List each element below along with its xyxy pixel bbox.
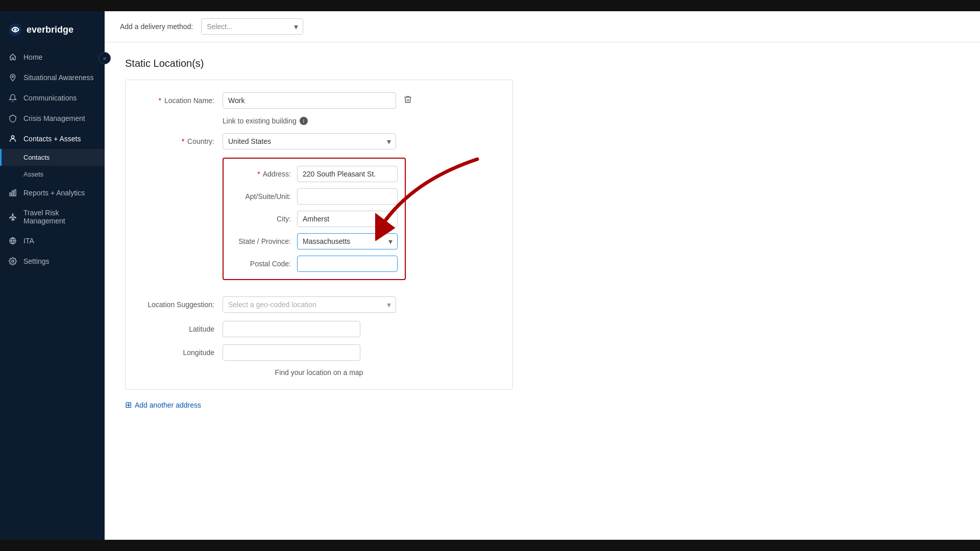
location-name-label: * Location Name: <box>141 96 223 105</box>
add-address-icon: ⊞ <box>125 400 132 410</box>
sidebar-sub-item-contacts[interactable]: Contacts <box>0 149 105 166</box>
longitude-input[interactable] <box>223 344 360 361</box>
city-row: City: <box>231 211 398 227</box>
svg-point-1 <box>14 28 16 31</box>
top-bar <box>0 0 980 11</box>
location-suggestion-row: Location Suggestion: Select a geo-coded … <box>141 296 497 313</box>
page-content: Static Location(s) * Location Name: <box>105 42 980 425</box>
sidebar-collapse-button[interactable]: « <box>99 52 111 64</box>
shield-icon <box>8 114 17 123</box>
svg-rect-6 <box>14 190 16 196</box>
bell-icon <box>8 93 17 103</box>
postal-row: Postal Code: <box>231 256 398 272</box>
country-select-wrapper: United States Canada United Kingdom <box>223 133 396 149</box>
address-required-marker: * <box>257 170 260 178</box>
sidebar-item-settings-label: Settings <box>23 257 50 265</box>
collapse-icon: « <box>103 55 106 61</box>
location-name-row: * Location Name: <box>141 92 497 109</box>
country-select[interactable]: United States Canada United Kingdom <box>223 133 396 149</box>
person-icon <box>8 134 17 143</box>
sidebar-sub-assets-label: Assets <box>23 170 43 178</box>
map-icon <box>8 73 17 82</box>
longitude-row: Longitude <box>141 344 497 361</box>
location-suggestion-select-wrapper: Select a geo-coded location <box>223 296 396 313</box>
location-suggestion-select[interactable]: Select a geo-coded location <box>223 296 396 313</box>
city-label: City: <box>231 215 297 223</box>
apt-label: Apt/Suite/Unit: <box>231 192 297 201</box>
add-address-row[interactable]: ⊞ Add another address <box>125 400 960 410</box>
info-icon[interactable]: i <box>300 117 308 125</box>
country-label: * Country: <box>141 137 223 145</box>
gear-icon <box>8 257 17 266</box>
postal-input[interactable] <box>297 256 398 272</box>
sidebar-item-travel-risk[interactable]: Travel Risk Management <box>0 203 105 231</box>
city-input[interactable] <box>297 211 398 227</box>
sidebar-item-situational-awareness[interactable]: Situational Awareness <box>0 67 105 88</box>
svg-point-2 <box>12 76 13 77</box>
state-select-wrapper: Massachusetts New York California <box>297 233 398 249</box>
plane-icon <box>8 212 17 221</box>
sidebar: everbridge « Home Situational Awareness … <box>0 11 105 540</box>
svg-rect-4 <box>10 193 11 196</box>
country-required-marker: * <box>182 137 184 145</box>
sidebar-sub-item-assets[interactable]: Assets <box>0 166 105 183</box>
address-row: * Address: <box>231 166 398 182</box>
bottom-bar <box>0 540 980 551</box>
link-building-row: Link to existing building i <box>141 117 497 125</box>
link-building-label: Link to existing building <box>223 117 297 125</box>
sidebar-item-crisis-label: Crisis Management <box>23 114 85 122</box>
longitude-label: Longitude <box>141 348 223 357</box>
sidebar-item-contacts-assets-label: Contacts + Assets <box>23 135 81 143</box>
main-content: Add a delivery method: Select... Email S… <box>105 11 980 540</box>
chart-icon <box>8 188 17 197</box>
latitude-input[interactable] <box>223 321 360 337</box>
svg-rect-5 <box>12 191 14 196</box>
location-name-required-marker: * <box>159 96 161 105</box>
address-section: * Address: Apt/Suite/Unit: City <box>141 158 497 288</box>
delivery-select[interactable]: Select... Email SMS Phone <box>201 18 303 35</box>
everbridge-logo-icon <box>8 22 22 37</box>
find-map-link[interactable]: Find your location on a map <box>275 368 363 377</box>
svg-point-8 <box>12 260 14 262</box>
globe-icon <box>8 236 17 245</box>
sidebar-logo: everbridge <box>0 16 105 47</box>
sidebar-item-ita-label: ITA <box>23 237 34 245</box>
delivery-label: Add a delivery method: <box>120 22 193 31</box>
sidebar-item-reports-label: Reports + Analytics <box>23 189 85 197</box>
sidebar-item-settings[interactable]: Settings <box>0 251 105 271</box>
find-map-row: Find your location on a map <box>141 368 497 377</box>
sidebar-item-ita[interactable]: ITA <box>0 231 105 251</box>
form-card: * Location Name: Link to existing buildi… <box>125 80 513 390</box>
address-label-el: * Address: <box>231 170 297 178</box>
address-highlight-box: * Address: Apt/Suite/Unit: City <box>223 158 406 280</box>
home-icon <box>8 53 17 62</box>
state-label: State / Province: <box>231 237 297 245</box>
latitude-row: Latitude <box>141 321 497 337</box>
state-select[interactable]: Massachusetts New York California <box>297 233 398 249</box>
sidebar-item-contacts-assets[interactable]: Contacts + Assets <box>0 129 105 149</box>
location-name-input[interactable] <box>223 92 396 109</box>
sidebar-item-travel-label: Travel Risk Management <box>23 209 96 225</box>
sidebar-item-communications-label: Communications <box>23 94 77 102</box>
delivery-select-wrapper: Select... Email SMS Phone <box>201 18 303 35</box>
sidebar-logo-text: everbridge <box>27 24 74 35</box>
sidebar-item-reports-analytics[interactable]: Reports + Analytics <box>0 183 105 203</box>
apt-input[interactable] <box>297 188 398 205</box>
location-suggestion-label: Location Suggestion: <box>141 300 223 309</box>
state-row: State / Province: Massachusetts New York… <box>231 233 398 249</box>
svg-point-3 <box>11 136 14 138</box>
latitude-label: Latitude <box>141 325 223 333</box>
country-row: * Country: United States Canada United K… <box>141 133 497 149</box>
sidebar-sub-contacts-label: Contacts <box>23 154 50 161</box>
postal-label: Postal Code: <box>231 260 297 268</box>
sidebar-item-home[interactable]: Home <box>0 47 105 67</box>
page-title: Static Location(s) <box>125 58 960 69</box>
delivery-method-row: Add a delivery method: Select... Email S… <box>105 11 980 42</box>
sidebar-item-home-label: Home <box>23 53 42 61</box>
address-input[interactable] <box>297 166 398 182</box>
delete-location-button[interactable] <box>401 93 414 109</box>
sidebar-item-crisis-management[interactable]: Crisis Management <box>0 108 105 129</box>
sidebar-item-communications[interactable]: Communications <box>0 88 105 108</box>
add-address-label: Add another address <box>135 401 201 409</box>
apt-row: Apt/Suite/Unit: <box>231 188 398 205</box>
